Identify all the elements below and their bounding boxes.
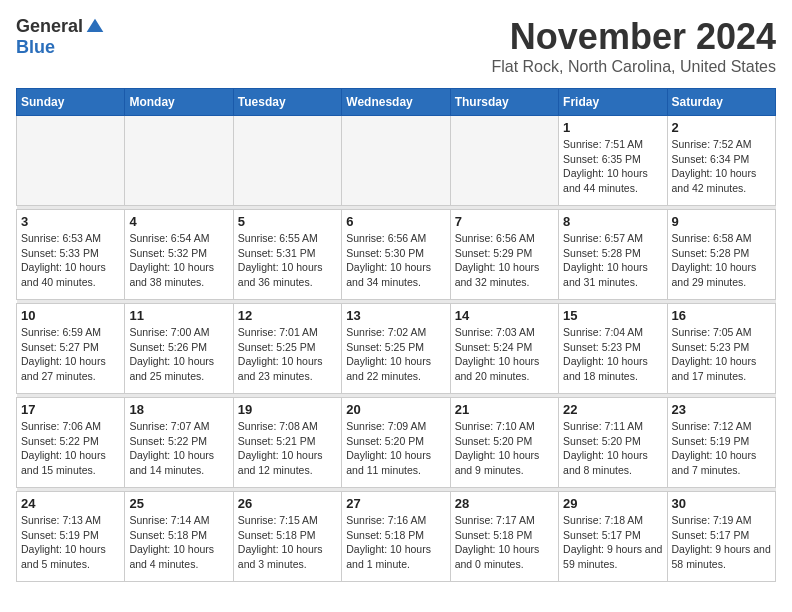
day-number: 26: [238, 496, 337, 511]
day-number: 6: [346, 214, 445, 229]
calendar-cell: 9Sunrise: 6:58 AM Sunset: 5:28 PM Daylig…: [667, 210, 775, 300]
day-number: 9: [672, 214, 771, 229]
calendar-cell: 10Sunrise: 6:59 AM Sunset: 5:27 PM Dayli…: [17, 304, 125, 394]
calendar-cell: [125, 116, 233, 206]
day-info: Sunrise: 6:56 AM Sunset: 5:30 PM Dayligh…: [346, 231, 445, 290]
calendar-header-row: SundayMondayTuesdayWednesdayThursdayFrid…: [17, 89, 776, 116]
calendar-cell: 11Sunrise: 7:00 AM Sunset: 5:26 PM Dayli…: [125, 304, 233, 394]
calendar-cell: 3Sunrise: 6:53 AM Sunset: 5:33 PM Daylig…: [17, 210, 125, 300]
day-info: Sunrise: 7:18 AM Sunset: 5:17 PM Dayligh…: [563, 513, 662, 572]
calendar-cell: 18Sunrise: 7:07 AM Sunset: 5:22 PM Dayli…: [125, 398, 233, 488]
calendar-cell: 16Sunrise: 7:05 AM Sunset: 5:23 PM Dayli…: [667, 304, 775, 394]
calendar-cell: 15Sunrise: 7:04 AM Sunset: 5:23 PM Dayli…: [559, 304, 667, 394]
day-number: 14: [455, 308, 554, 323]
day-info: Sunrise: 7:00 AM Sunset: 5:26 PM Dayligh…: [129, 325, 228, 384]
day-info: Sunrise: 7:51 AM Sunset: 6:35 PM Dayligh…: [563, 137, 662, 196]
calendar-cell: 29Sunrise: 7:18 AM Sunset: 5:17 PM Dayli…: [559, 492, 667, 582]
day-number: 2: [672, 120, 771, 135]
svg-marker-0: [87, 18, 104, 31]
calendar-cell: 22Sunrise: 7:11 AM Sunset: 5:20 PM Dayli…: [559, 398, 667, 488]
day-number: 7: [455, 214, 554, 229]
day-number: 1: [563, 120, 662, 135]
calendar-cell: 23Sunrise: 7:12 AM Sunset: 5:19 PM Dayli…: [667, 398, 775, 488]
calendar-week-row: 17Sunrise: 7:06 AM Sunset: 5:22 PM Dayli…: [17, 398, 776, 488]
day-info: Sunrise: 7:02 AM Sunset: 5:25 PM Dayligh…: [346, 325, 445, 384]
day-number: 15: [563, 308, 662, 323]
day-info: Sunrise: 7:12 AM Sunset: 5:19 PM Dayligh…: [672, 419, 771, 478]
calendar-cell: 21Sunrise: 7:10 AM Sunset: 5:20 PM Dayli…: [450, 398, 558, 488]
day-info: Sunrise: 7:11 AM Sunset: 5:20 PM Dayligh…: [563, 419, 662, 478]
calendar-cell: 17Sunrise: 7:06 AM Sunset: 5:22 PM Dayli…: [17, 398, 125, 488]
day-number: 5: [238, 214, 337, 229]
calendar-cell: 30Sunrise: 7:19 AM Sunset: 5:17 PM Dayli…: [667, 492, 775, 582]
day-info: Sunrise: 7:05 AM Sunset: 5:23 PM Dayligh…: [672, 325, 771, 384]
calendar-table: SundayMondayTuesdayWednesdayThursdayFrid…: [16, 88, 776, 582]
calendar-cell: 26Sunrise: 7:15 AM Sunset: 5:18 PM Dayli…: [233, 492, 341, 582]
calendar-cell: [233, 116, 341, 206]
day-number: 3: [21, 214, 120, 229]
day-info: Sunrise: 7:03 AM Sunset: 5:24 PM Dayligh…: [455, 325, 554, 384]
calendar-cell: 2Sunrise: 7:52 AM Sunset: 6:34 PM Daylig…: [667, 116, 775, 206]
calendar-cell: 12Sunrise: 7:01 AM Sunset: 5:25 PM Dayli…: [233, 304, 341, 394]
calendar-cell: 8Sunrise: 6:57 AM Sunset: 5:28 PM Daylig…: [559, 210, 667, 300]
logo-icon: [85, 17, 105, 37]
calendar-cell: 19Sunrise: 7:08 AM Sunset: 5:21 PM Dayli…: [233, 398, 341, 488]
day-info: Sunrise: 7:07 AM Sunset: 5:22 PM Dayligh…: [129, 419, 228, 478]
weekday-header: Sunday: [17, 89, 125, 116]
day-info: Sunrise: 7:19 AM Sunset: 5:17 PM Dayligh…: [672, 513, 771, 572]
day-info: Sunrise: 6:53 AM Sunset: 5:33 PM Dayligh…: [21, 231, 120, 290]
day-info: Sunrise: 7:52 AM Sunset: 6:34 PM Dayligh…: [672, 137, 771, 196]
day-number: 19: [238, 402, 337, 417]
day-number: 13: [346, 308, 445, 323]
day-info: Sunrise: 7:09 AM Sunset: 5:20 PM Dayligh…: [346, 419, 445, 478]
day-info: Sunrise: 7:13 AM Sunset: 5:19 PM Dayligh…: [21, 513, 120, 572]
day-number: 25: [129, 496, 228, 511]
month-title: November 2024: [491, 16, 776, 58]
day-info: Sunrise: 7:14 AM Sunset: 5:18 PM Dayligh…: [129, 513, 228, 572]
day-info: Sunrise: 7:08 AM Sunset: 5:21 PM Dayligh…: [238, 419, 337, 478]
day-number: 8: [563, 214, 662, 229]
day-info: Sunrise: 6:54 AM Sunset: 5:32 PM Dayligh…: [129, 231, 228, 290]
page-header: General Blue November 2024 Flat Rock, No…: [16, 16, 776, 76]
day-info: Sunrise: 7:01 AM Sunset: 5:25 PM Dayligh…: [238, 325, 337, 384]
calendar-cell: 13Sunrise: 7:02 AM Sunset: 5:25 PM Dayli…: [342, 304, 450, 394]
calendar-cell: 6Sunrise: 6:56 AM Sunset: 5:30 PM Daylig…: [342, 210, 450, 300]
calendar-cell: [450, 116, 558, 206]
day-info: Sunrise: 6:59 AM Sunset: 5:27 PM Dayligh…: [21, 325, 120, 384]
weekday-header: Thursday: [450, 89, 558, 116]
day-number: 11: [129, 308, 228, 323]
logo-blue-text: Blue: [16, 37, 55, 57]
location-title: Flat Rock, North Carolina, United States: [491, 58, 776, 76]
calendar-cell: 1Sunrise: 7:51 AM Sunset: 6:35 PM Daylig…: [559, 116, 667, 206]
day-number: 22: [563, 402, 662, 417]
day-info: Sunrise: 7:06 AM Sunset: 5:22 PM Dayligh…: [21, 419, 120, 478]
day-info: Sunrise: 6:56 AM Sunset: 5:29 PM Dayligh…: [455, 231, 554, 290]
calendar-cell: 24Sunrise: 7:13 AM Sunset: 5:19 PM Dayli…: [17, 492, 125, 582]
day-number: 12: [238, 308, 337, 323]
day-number: 30: [672, 496, 771, 511]
day-number: 23: [672, 402, 771, 417]
calendar-cell: [17, 116, 125, 206]
calendar-cell: 14Sunrise: 7:03 AM Sunset: 5:24 PM Dayli…: [450, 304, 558, 394]
weekday-header: Saturday: [667, 89, 775, 116]
calendar-week-row: 10Sunrise: 6:59 AM Sunset: 5:27 PM Dayli…: [17, 304, 776, 394]
day-info: Sunrise: 6:58 AM Sunset: 5:28 PM Dayligh…: [672, 231, 771, 290]
day-number: 24: [21, 496, 120, 511]
weekday-header: Monday: [125, 89, 233, 116]
calendar-week-row: 1Sunrise: 7:51 AM Sunset: 6:35 PM Daylig…: [17, 116, 776, 206]
calendar-cell: 4Sunrise: 6:54 AM Sunset: 5:32 PM Daylig…: [125, 210, 233, 300]
day-info: Sunrise: 7:10 AM Sunset: 5:20 PM Dayligh…: [455, 419, 554, 478]
day-number: 29: [563, 496, 662, 511]
day-number: 28: [455, 496, 554, 511]
weekday-header: Wednesday: [342, 89, 450, 116]
calendar-cell: 28Sunrise: 7:17 AM Sunset: 5:18 PM Dayli…: [450, 492, 558, 582]
day-number: 20: [346, 402, 445, 417]
weekday-header: Tuesday: [233, 89, 341, 116]
calendar-cell: [342, 116, 450, 206]
day-number: 27: [346, 496, 445, 511]
day-info: Sunrise: 7:15 AM Sunset: 5:18 PM Dayligh…: [238, 513, 337, 572]
day-info: Sunrise: 6:55 AM Sunset: 5:31 PM Dayligh…: [238, 231, 337, 290]
logo: General Blue: [16, 16, 105, 58]
day-info: Sunrise: 7:17 AM Sunset: 5:18 PM Dayligh…: [455, 513, 554, 572]
title-section: November 2024 Flat Rock, North Carolina,…: [491, 16, 776, 76]
